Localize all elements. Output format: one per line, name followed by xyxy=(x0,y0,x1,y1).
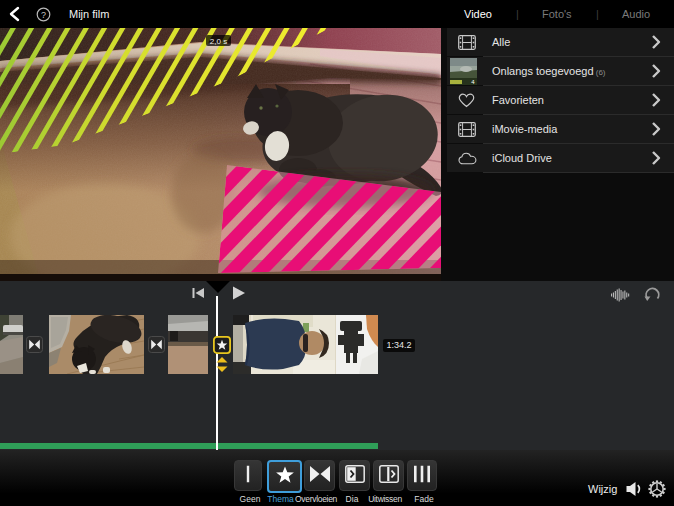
svg-text:?: ? xyxy=(41,10,46,20)
svg-text:2,0 s: 2,0 s xyxy=(210,37,227,46)
